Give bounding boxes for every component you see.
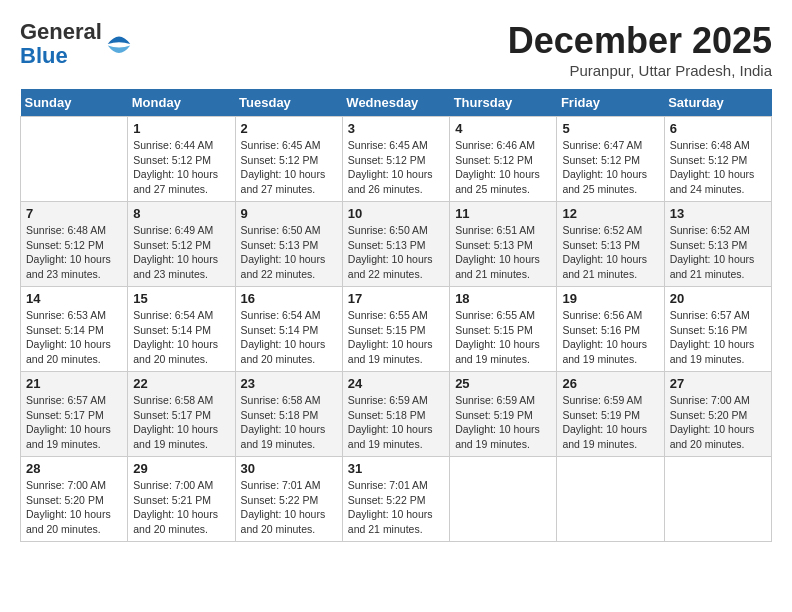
- day-info: Sunrise: 6:54 AMSunset: 5:14 PMDaylight:…: [133, 308, 229, 367]
- logo-general-text: General: [20, 19, 102, 44]
- day-info: Sunrise: 6:52 AMSunset: 5:13 PMDaylight:…: [562, 223, 658, 282]
- calendar-cell: 17Sunrise: 6:55 AMSunset: 5:15 PMDayligh…: [342, 287, 449, 372]
- day-info: Sunrise: 6:53 AMSunset: 5:14 PMDaylight:…: [26, 308, 122, 367]
- calendar-cell: 5Sunrise: 6:47 AMSunset: 5:12 PMDaylight…: [557, 117, 664, 202]
- day-number: 8: [133, 206, 229, 221]
- calendar-cell: 12Sunrise: 6:52 AMSunset: 5:13 PMDayligh…: [557, 202, 664, 287]
- calendar-cell: 20Sunrise: 6:57 AMSunset: 5:16 PMDayligh…: [664, 287, 771, 372]
- calendar-cell: [450, 457, 557, 542]
- week-row-4: 21Sunrise: 6:57 AMSunset: 5:17 PMDayligh…: [21, 372, 772, 457]
- day-number: 22: [133, 376, 229, 391]
- page-header: General Blue December 2025 Puranpur, Utt…: [20, 20, 772, 79]
- day-info: Sunrise: 6:57 AMSunset: 5:17 PMDaylight:…: [26, 393, 122, 452]
- calendar-cell: 23Sunrise: 6:58 AMSunset: 5:18 PMDayligh…: [235, 372, 342, 457]
- calendar-cell: 27Sunrise: 7:00 AMSunset: 5:20 PMDayligh…: [664, 372, 771, 457]
- day-number: 31: [348, 461, 444, 476]
- day-info: Sunrise: 7:01 AMSunset: 5:22 PMDaylight:…: [348, 478, 444, 537]
- header-friday: Friday: [557, 89, 664, 117]
- day-number: 14: [26, 291, 122, 306]
- calendar-cell: [557, 457, 664, 542]
- day-number: 25: [455, 376, 551, 391]
- calendar-cell: 8Sunrise: 6:49 AMSunset: 5:12 PMDaylight…: [128, 202, 235, 287]
- day-info: Sunrise: 6:55 AMSunset: 5:15 PMDaylight:…: [348, 308, 444, 367]
- day-number: 3: [348, 121, 444, 136]
- day-info: Sunrise: 6:48 AMSunset: 5:12 PMDaylight:…: [26, 223, 122, 282]
- day-number: 13: [670, 206, 766, 221]
- day-number: 30: [241, 461, 337, 476]
- logo-blue-text: Blue: [20, 43, 68, 68]
- day-info: Sunrise: 6:46 AMSunset: 5:12 PMDaylight:…: [455, 138, 551, 197]
- logo-icon: [104, 29, 134, 59]
- calendar-cell: 25Sunrise: 6:59 AMSunset: 5:19 PMDayligh…: [450, 372, 557, 457]
- day-number: 12: [562, 206, 658, 221]
- day-info: Sunrise: 6:57 AMSunset: 5:16 PMDaylight:…: [670, 308, 766, 367]
- day-number: 20: [670, 291, 766, 306]
- day-info: Sunrise: 6:56 AMSunset: 5:16 PMDaylight:…: [562, 308, 658, 367]
- day-number: 16: [241, 291, 337, 306]
- calendar-cell: 18Sunrise: 6:55 AMSunset: 5:15 PMDayligh…: [450, 287, 557, 372]
- day-info: Sunrise: 6:45 AMSunset: 5:12 PMDaylight:…: [348, 138, 444, 197]
- header-row: SundayMondayTuesdayWednesdayThursdayFrid…: [21, 89, 772, 117]
- day-info: Sunrise: 6:54 AMSunset: 5:14 PMDaylight:…: [241, 308, 337, 367]
- day-info: Sunrise: 7:00 AMSunset: 5:21 PMDaylight:…: [133, 478, 229, 537]
- day-number: 5: [562, 121, 658, 136]
- day-info: Sunrise: 6:45 AMSunset: 5:12 PMDaylight:…: [241, 138, 337, 197]
- day-info: Sunrise: 6:59 AMSunset: 5:19 PMDaylight:…: [562, 393, 658, 452]
- header-monday: Monday: [128, 89, 235, 117]
- calendar-cell: 3Sunrise: 6:45 AMSunset: 5:12 PMDaylight…: [342, 117, 449, 202]
- day-info: Sunrise: 7:01 AMSunset: 5:22 PMDaylight:…: [241, 478, 337, 537]
- calendar-cell: 24Sunrise: 6:59 AMSunset: 5:18 PMDayligh…: [342, 372, 449, 457]
- day-info: Sunrise: 6:58 AMSunset: 5:17 PMDaylight:…: [133, 393, 229, 452]
- calendar-cell: 11Sunrise: 6:51 AMSunset: 5:13 PMDayligh…: [450, 202, 557, 287]
- calendar-cell: 29Sunrise: 7:00 AMSunset: 5:21 PMDayligh…: [128, 457, 235, 542]
- day-info: Sunrise: 6:47 AMSunset: 5:12 PMDaylight:…: [562, 138, 658, 197]
- header-saturday: Saturday: [664, 89, 771, 117]
- week-row-1: 1Sunrise: 6:44 AMSunset: 5:12 PMDaylight…: [21, 117, 772, 202]
- location: Puranpur, Uttar Pradesh, India: [508, 62, 772, 79]
- day-number: 15: [133, 291, 229, 306]
- week-row-5: 28Sunrise: 7:00 AMSunset: 5:20 PMDayligh…: [21, 457, 772, 542]
- day-number: 19: [562, 291, 658, 306]
- day-info: Sunrise: 6:52 AMSunset: 5:13 PMDaylight:…: [670, 223, 766, 282]
- calendar-cell: 28Sunrise: 7:00 AMSunset: 5:20 PMDayligh…: [21, 457, 128, 542]
- calendar-cell: 19Sunrise: 6:56 AMSunset: 5:16 PMDayligh…: [557, 287, 664, 372]
- calendar-cell: 16Sunrise: 6:54 AMSunset: 5:14 PMDayligh…: [235, 287, 342, 372]
- day-info: Sunrise: 6:55 AMSunset: 5:15 PMDaylight:…: [455, 308, 551, 367]
- day-number: 6: [670, 121, 766, 136]
- day-info: Sunrise: 6:51 AMSunset: 5:13 PMDaylight:…: [455, 223, 551, 282]
- day-number: 17: [348, 291, 444, 306]
- day-info: Sunrise: 7:00 AMSunset: 5:20 PMDaylight:…: [670, 393, 766, 452]
- day-number: 18: [455, 291, 551, 306]
- calendar-cell: 21Sunrise: 6:57 AMSunset: 5:17 PMDayligh…: [21, 372, 128, 457]
- header-sunday: Sunday: [21, 89, 128, 117]
- calendar-cell: 1Sunrise: 6:44 AMSunset: 5:12 PMDaylight…: [128, 117, 235, 202]
- week-row-2: 7Sunrise: 6:48 AMSunset: 5:12 PMDaylight…: [21, 202, 772, 287]
- week-row-3: 14Sunrise: 6:53 AMSunset: 5:14 PMDayligh…: [21, 287, 772, 372]
- day-number: 27: [670, 376, 766, 391]
- calendar-cell: 2Sunrise: 6:45 AMSunset: 5:12 PMDaylight…: [235, 117, 342, 202]
- day-info: Sunrise: 6:59 AMSunset: 5:18 PMDaylight:…: [348, 393, 444, 452]
- calendar-cell: 10Sunrise: 6:50 AMSunset: 5:13 PMDayligh…: [342, 202, 449, 287]
- calendar-body: 1Sunrise: 6:44 AMSunset: 5:12 PMDaylight…: [21, 117, 772, 542]
- calendar-cell: 26Sunrise: 6:59 AMSunset: 5:19 PMDayligh…: [557, 372, 664, 457]
- calendar-cell: 7Sunrise: 6:48 AMSunset: 5:12 PMDaylight…: [21, 202, 128, 287]
- day-info: Sunrise: 6:50 AMSunset: 5:13 PMDaylight:…: [348, 223, 444, 282]
- day-number: 26: [562, 376, 658, 391]
- day-number: 24: [348, 376, 444, 391]
- day-info: Sunrise: 6:49 AMSunset: 5:12 PMDaylight:…: [133, 223, 229, 282]
- title-block: December 2025 Puranpur, Uttar Pradesh, I…: [508, 20, 772, 79]
- calendar-cell: 22Sunrise: 6:58 AMSunset: 5:17 PMDayligh…: [128, 372, 235, 457]
- day-info: Sunrise: 6:44 AMSunset: 5:12 PMDaylight:…: [133, 138, 229, 197]
- calendar-cell: 31Sunrise: 7:01 AMSunset: 5:22 PMDayligh…: [342, 457, 449, 542]
- calendar-cell: [21, 117, 128, 202]
- month-title: December 2025: [508, 20, 772, 62]
- calendar-cell: 4Sunrise: 6:46 AMSunset: 5:12 PMDaylight…: [450, 117, 557, 202]
- calendar-cell: 13Sunrise: 6:52 AMSunset: 5:13 PMDayligh…: [664, 202, 771, 287]
- day-number: 28: [26, 461, 122, 476]
- day-info: Sunrise: 7:00 AMSunset: 5:20 PMDaylight:…: [26, 478, 122, 537]
- day-number: 9: [241, 206, 337, 221]
- header-wednesday: Wednesday: [342, 89, 449, 117]
- calendar-cell: 6Sunrise: 6:48 AMSunset: 5:12 PMDaylight…: [664, 117, 771, 202]
- day-number: 1: [133, 121, 229, 136]
- header-tuesday: Tuesday: [235, 89, 342, 117]
